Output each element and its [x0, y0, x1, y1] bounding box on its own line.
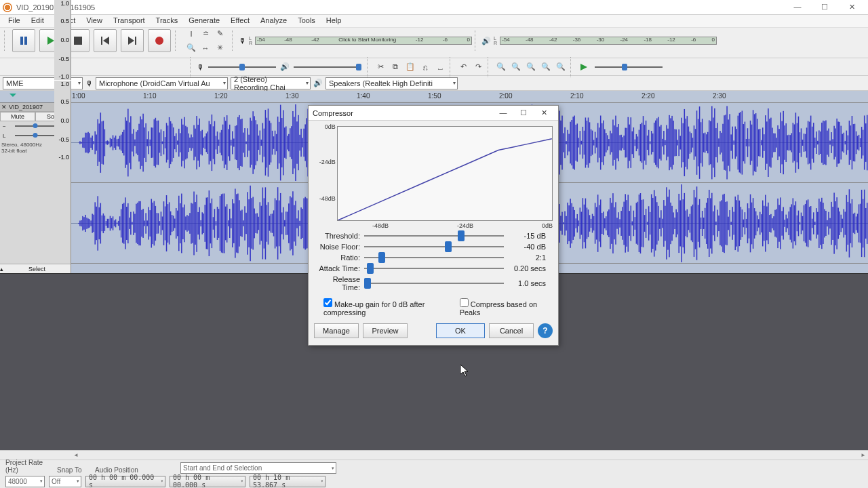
menu-effect[interactable]: Effect	[225, 15, 255, 27]
svg-rect-97	[195, 129, 196, 157]
selection-end-input[interactable]: 00 h 10 m 53.867 s	[250, 476, 326, 487]
svg-rect-81	[173, 127, 174, 158]
timeline-ruler[interactable]: 1:00 1:10 1:20 1:30 1:40 1:50 2:00 2:10 …	[0, 91, 868, 103]
undo-icon[interactable]: ↶	[456, 60, 470, 74]
minimize-button[interactable]: —	[784, 3, 811, 12]
svg-rect-1059	[724, 194, 725, 253]
pause-button[interactable]	[12, 29, 35, 52]
menu-view[interactable]: View	[81, 15, 108, 27]
selection-tool-icon[interactable]: I	[184, 27, 198, 41]
record-volume-slider[interactable]: 🎙	[197, 63, 279, 71]
project-rate-input[interactable]: 48000	[5, 476, 45, 487]
svg-rect-83	[176, 134, 177, 152]
mute-button[interactable]: Mute	[0, 112, 35, 121]
selection-start-input[interactable]: 00 h 00 m 00.000 s	[170, 476, 245, 487]
menu-transport[interactable]: Transport	[108, 15, 151, 27]
playback-device-select[interactable]: Speakers (Realtek High Definiti	[326, 77, 458, 89]
close-button[interactable]: ✕	[838, 3, 865, 12]
svg-rect-535	[797, 123, 798, 163]
dialog-minimize-button[interactable]: —	[493, 108, 513, 117]
recording-meter[interactable]: 🎙 LR -54-48-42Click to Start Monitoring-…	[239, 36, 472, 45]
record-button[interactable]	[148, 29, 171, 52]
maximize-button[interactable]: ☐	[811, 3, 838, 12]
menu-tracks[interactable]: Tracks	[151, 15, 184, 27]
ok-button[interactable]: OK	[436, 323, 485, 338]
menu-tools[interactable]: Tools	[292, 15, 321, 27]
svg-rect-89	[184, 117, 185, 169]
svg-rect-1019	[669, 190, 670, 258]
selection-mode-select[interactable]: Start and End of Selection	[180, 462, 336, 474]
svg-rect-946	[568, 205, 570, 241]
menu-generate[interactable]: Generate	[183, 15, 225, 27]
zoom-fit-icon[interactable]: 🔍	[539, 60, 553, 74]
svg-rect-381	[585, 117, 587, 167]
svg-rect-172	[298, 115, 299, 170]
play-at-speed-icon[interactable]	[577, 60, 591, 74]
menu-edit[interactable]: Edit	[26, 15, 50, 27]
dialog-maximize-button[interactable]: ☐	[513, 108, 534, 117]
svg-rect-86	[180, 133, 181, 152]
preview-button[interactable]: Preview	[363, 323, 408, 338]
skip-end-button[interactable]	[121, 29, 144, 52]
menu-analyze[interactable]: Analyze	[255, 15, 292, 27]
manage-button[interactable]: Manage	[314, 323, 359, 338]
svg-rect-603	[97, 196, 98, 250]
compress-peaks-checkbox[interactable]: Compress based on Peaks	[460, 298, 546, 317]
svg-rect-100	[199, 119, 200, 167]
recording-device-select[interactable]: Microphone (DroidCam Virtual Au	[96, 77, 228, 89]
playhead-icon[interactable]	[9, 94, 16, 100]
zoom-out-icon[interactable]: 🔍	[509, 60, 523, 74]
svg-rect-538	[801, 128, 802, 157]
track-close-icon[interactable]: ✕	[1, 104, 7, 110]
svg-rect-1085	[760, 212, 761, 235]
tools-grid: I ≏ ✎ 🔍 ↔ ✳	[184, 27, 226, 55]
attacktime-slider[interactable]: Attack Time: 0.20 secs	[317, 264, 550, 272]
cancel-button[interactable]: Cancel	[489, 323, 534, 338]
paste-icon[interactable]: 📋	[403, 60, 417, 74]
skip-start-button[interactable]	[94, 29, 117, 52]
svg-rect-1038	[695, 197, 696, 249]
timeshift-tool-icon[interactable]: ↔	[199, 41, 212, 55]
audio-position-input[interactable]: 00 h 00 m 00.000 s	[85, 476, 165, 487]
zoom-sel-icon[interactable]: 🔍	[524, 60, 538, 74]
menu-file[interactable]: File	[3, 15, 26, 27]
snap-to-select[interactable]: Off	[49, 476, 81, 487]
zoom-tool-icon[interactable]: 🔍	[184, 41, 198, 55]
playback-volume-slider[interactable]: 🔊	[280, 62, 364, 71]
trim-icon[interactable]: ⎌	[418, 60, 432, 74]
svg-rect-585	[865, 123, 867, 162]
svg-rect-975	[608, 209, 610, 237]
noisefloor-slider[interactable]: Noise Floor: -40 dB	[317, 243, 550, 251]
draw-tool-icon[interactable]: ✎	[213, 27, 226, 41]
copy-icon[interactable]: ⧉	[389, 60, 402, 74]
svg-rect-724	[264, 198, 265, 248]
svg-rect-53	[134, 140, 136, 146]
dialog-close-button[interactable]: ✕	[534, 108, 554, 117]
svg-rect-93	[189, 138, 191, 148]
cut-icon[interactable]: ✂	[374, 60, 387, 74]
multi-tool-icon[interactable]: ✳	[213, 41, 226, 55]
svg-rect-1106	[789, 211, 790, 235]
zoom-toggle-icon[interactable]: 🔍	[554, 60, 568, 74]
svg-marker-2	[47, 37, 54, 45]
horizontal-scrollbar[interactable]: ◄ ►	[0, 450, 868, 460]
redo-icon[interactable]: ↷	[471, 60, 485, 74]
playback-meter[interactable]: 🔊 LR -54-48-42-36-30-24-18-12-60	[481, 36, 717, 45]
help-button[interactable]: ?	[538, 323, 553, 338]
silence-icon[interactable]: ⎵	[433, 60, 447, 74]
ratio-slider[interactable]: Ratio: 2:1	[317, 253, 550, 262]
svg-rect-735	[279, 201, 280, 247]
svg-rect-1118	[805, 204, 806, 243]
select-button[interactable]: Select	[3, 266, 71, 272]
menu-help[interactable]: Help	[321, 15, 347, 27]
svg-rect-1042	[701, 218, 702, 229]
audacity-icon	[3, 3, 12, 12]
envelope-tool-icon[interactable]: ≏	[199, 27, 212, 41]
zoom-in-icon[interactable]: 🔍	[494, 60, 508, 74]
releasetime-slider[interactable]: Release Time: 1.0 secs	[317, 275, 550, 291]
svg-rect-945	[567, 203, 568, 244]
svg-rect-1044	[703, 218, 705, 229]
threshold-slider[interactable]: Threshold: -15 dB	[317, 232, 550, 240]
recording-channels-select[interactable]: 2 (Stereo) Recording Chai	[231, 77, 311, 89]
makeup-gain-checkbox[interactable]: Make-up gain for 0 dB after compressing	[323, 298, 449, 317]
